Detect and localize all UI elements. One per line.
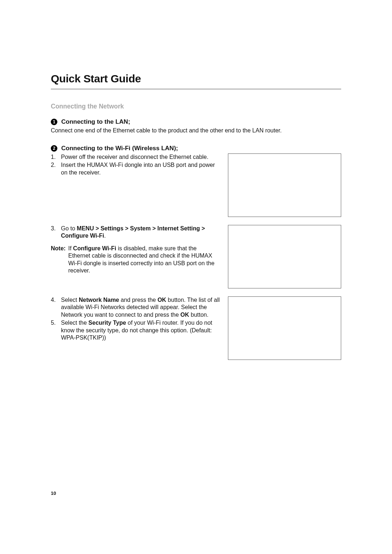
list-item: Select the Security Type of your Wi-Fi r… bbox=[51, 319, 220, 341]
list-item: Select Network Name and press the OK but… bbox=[51, 296, 220, 319]
step-3: Go to MENU > Settings > System > Interne… bbox=[61, 225, 220, 240]
page-title: Quick Start Guide bbox=[51, 73, 341, 85]
step-5: Select the Security Type of your Wi-Fi r… bbox=[61, 319, 220, 341]
list-item: Insert the HUMAX Wi-Fi dongle into an US… bbox=[51, 161, 220, 176]
circled-number-icon: 2 bbox=[51, 145, 57, 152]
list-item: Go to MENU > Settings > System > Interne… bbox=[51, 225, 220, 240]
subheading-lan-text: Connecting to the LAN; bbox=[61, 118, 130, 125]
subheading-wifi: 2 Connecting to the Wi-Fi (Wireless LAN)… bbox=[51, 145, 341, 152]
step-1: Power off the receiver and disconnect th… bbox=[61, 153, 220, 161]
screenshot-placeholder bbox=[228, 296, 341, 360]
divider bbox=[51, 89, 341, 90]
note-label: Note: bbox=[51, 245, 68, 275]
lan-body: Connect one end of the Ethernet cable to… bbox=[51, 127, 341, 135]
step-2: Insert the HUMAX Wi-Fi dongle into an US… bbox=[61, 161, 220, 176]
screenshot-placeholder bbox=[228, 153, 341, 217]
screenshot-placeholder bbox=[228, 225, 341, 288]
section-heading: Connecting the Network bbox=[51, 103, 341, 110]
subheading-wifi-text: Connecting to the Wi-Fi (Wireless LAN); bbox=[61, 145, 178, 152]
subheading-lan: 1 Connecting to the LAN; bbox=[51, 118, 341, 126]
note: Note: If Configure Wi-Fi is disabled, ma… bbox=[51, 245, 220, 275]
list-item: Power off the receiver and disconnect th… bbox=[51, 153, 220, 161]
step-4: Select Network Name and press the OK but… bbox=[61, 296, 220, 319]
page-number: 10 bbox=[51, 491, 56, 496]
note-body: If Configure Wi-Fi is disabled, make sur… bbox=[68, 245, 220, 275]
circled-number-icon: 1 bbox=[51, 119, 57, 125]
